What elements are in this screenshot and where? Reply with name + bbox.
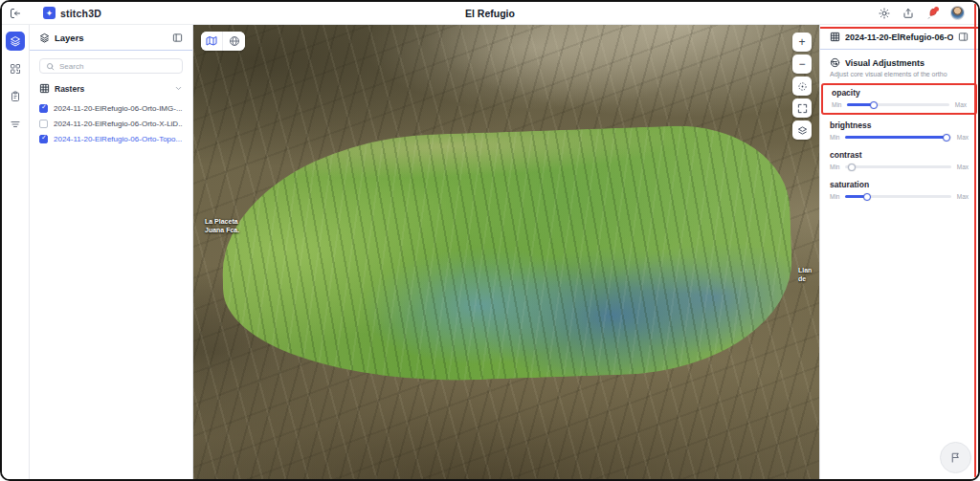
visual-adjustments-title: Visual Adjustments xyxy=(845,58,924,68)
ortho-settings-panel: 2024-11-20-ElRefugio-06-Orto-... Visual … xyxy=(819,25,978,479)
grid-icon xyxy=(830,32,840,42)
layer-checkbox[interactable] xyxy=(39,135,48,143)
app-logo[interactable]: ✦ stitch3D xyxy=(43,7,101,19)
grid-icon xyxy=(39,83,50,94)
place-label: Llan de xyxy=(798,267,819,284)
feedback-flag-icon[interactable] xyxy=(940,442,971,473)
layer-row[interactable]: 2024-11-20-ElRefugio-06-Orto-IMG-... xyxy=(39,100,183,116)
map-controls: + − xyxy=(792,33,812,140)
layer-row[interactable]: 2024-11-20-ElRefugio-06-Orto-X-LiD... xyxy=(39,116,183,131)
exit-icon[interactable] xyxy=(10,8,21,19)
brightness-slider-group: brightness Min Max xyxy=(830,120,969,141)
opacity-slider[interactable] xyxy=(847,103,948,106)
slider-handle[interactable] xyxy=(848,164,856,171)
layers-panel: Layers Rasters 2024-11-20-ElRefugio-06-O… xyxy=(30,25,193,479)
divider xyxy=(820,49,978,50)
chevron-down-icon[interactable] xyxy=(174,84,183,93)
notification-dot xyxy=(934,7,939,11)
fullscreen-icon[interactable] xyxy=(792,98,812,118)
search-icon xyxy=(46,62,55,71)
layer-label[interactable]: 2024-11-20-ElRefugio-06-Orto-IMG-... xyxy=(54,104,183,113)
saturation-slider-group: saturation Min Max xyxy=(830,180,969,200)
adjustments-icon xyxy=(830,57,840,68)
slider-handle[interactable] xyxy=(943,134,950,142)
max-label: Max xyxy=(957,134,969,141)
layer-checkbox[interactable] xyxy=(39,104,48,113)
map-view-icon[interactable] xyxy=(201,32,223,51)
rasters-section-row[interactable]: Rasters xyxy=(39,83,183,94)
rail-scan-grid-icon[interactable] xyxy=(6,59,25,78)
zoom-in-button[interactable]: + xyxy=(792,33,812,52)
ortho-title: 2024-11-20-ElRefugio-06-Orto-... xyxy=(845,33,953,42)
max-label: Max xyxy=(955,101,967,108)
layer-label[interactable]: 2024-11-20-ElRefugio-06-Orto-Topo... xyxy=(54,135,182,143)
search-box[interactable] xyxy=(39,58,183,74)
annotation-line xyxy=(820,27,978,29)
max-label: Max xyxy=(957,164,969,170)
contrast-slider-group: contrast Min Max xyxy=(830,150,969,170)
zoom-out-button[interactable]: − xyxy=(792,55,812,74)
min-label: Min xyxy=(830,193,839,200)
map-view-toggle xyxy=(201,32,245,51)
search-input[interactable] xyxy=(59,62,176,71)
min-label: Min xyxy=(830,134,839,141)
slider-label: contrast xyxy=(830,150,969,160)
layer-label[interactable]: 2024-11-20-ElRefugio-06-Orto-X-LiD... xyxy=(54,120,183,128)
max-label: Max xyxy=(957,193,969,200)
rail-layers-icon[interactable] xyxy=(6,32,25,51)
logo-text: stitch3D xyxy=(60,8,101,19)
collapse-panel-icon[interactable] xyxy=(958,32,969,42)
min-label: Min xyxy=(832,101,841,108)
avatar[interactable] xyxy=(950,6,965,20)
page-title: El Refugio xyxy=(2,8,978,19)
divider xyxy=(30,50,192,51)
contrast-slider[interactable] xyxy=(845,165,950,168)
rail-clipboard-icon[interactable] xyxy=(6,87,25,106)
top-bar: ✦ stitch3D El Refugio xyxy=(2,2,978,25)
slider-label: opacity xyxy=(832,88,967,98)
layers-icon xyxy=(39,33,50,43)
rail-filter-lines-icon[interactable] xyxy=(6,115,25,134)
globe-view-icon[interactable] xyxy=(223,32,245,51)
opacity-slider-group: opacity Min Max xyxy=(821,83,977,115)
logo-icon: ✦ xyxy=(43,7,56,19)
locate-icon[interactable] xyxy=(792,77,812,96)
layer-checkbox[interactable] xyxy=(39,120,48,128)
theme-sun-icon[interactable] xyxy=(879,8,890,19)
slider-handle[interactable] xyxy=(863,193,871,201)
layer-row[interactable]: 2024-11-20-ElRefugio-06-Orto-Topo... xyxy=(39,131,183,146)
saturation-slider[interactable] xyxy=(845,195,950,198)
min-label: Min xyxy=(830,164,839,170)
annotation-line xyxy=(974,4,976,477)
notifications-pin-icon[interactable] xyxy=(926,8,938,19)
rasters-section-title: Rasters xyxy=(55,84,169,94)
slider-label: brightness xyxy=(830,120,969,130)
layers-panel-title: Layers xyxy=(55,33,167,43)
layers-stack-icon[interactable] xyxy=(792,120,812,140)
slider-handle[interactable] xyxy=(870,101,878,109)
visual-adjustments-subtitle: Adjust core visual elements of the ortho xyxy=(830,71,969,77)
collapse-panel-icon[interactable] xyxy=(172,33,183,43)
map-canvas[interactable]: La Placeta Juana Fca. Llan de + − xyxy=(193,25,819,479)
icon-rail xyxy=(2,25,30,479)
app-window: ✦ stitch3D El Refugio xyxy=(0,0,980,481)
place-label: La Placeta Juana Fca. xyxy=(205,218,239,235)
share-icon[interactable] xyxy=(902,8,914,19)
brightness-slider[interactable] xyxy=(845,136,950,139)
slider-label: saturation xyxy=(830,180,969,189)
